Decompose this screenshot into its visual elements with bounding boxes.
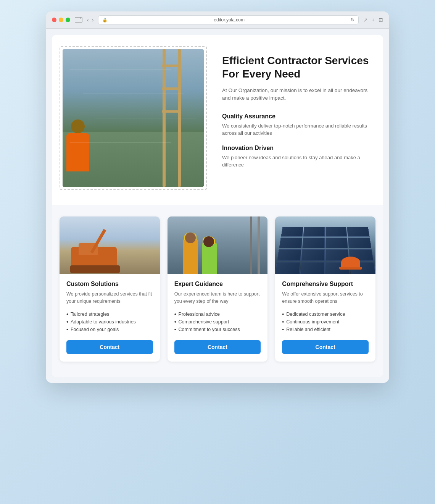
list-item: Commitment to your success <box>174 326 261 333</box>
page-content: Efficient Contractor Services For Every … <box>52 35 383 377</box>
contact-button-2[interactable]: Contact <box>174 340 261 354</box>
maximize-button[interactable] <box>66 18 70 22</box>
contact-button-3[interactable]: Contact <box>282 340 369 354</box>
solar-panel-grid <box>275 227 375 274</box>
card-title-1: Custom Solutions <box>66 281 153 288</box>
card-desc-1: We provide personalized services that fi… <box>66 291 153 305</box>
browser-window: ‹ › 🔒 editor.yola.com ↻ ↗ + ⊡ <box>46 11 389 383</box>
forward-button[interactable]: › <box>92 17 94 23</box>
card-desc-2: Our experienced team is here to support … <box>174 291 261 305</box>
nav-arrows: ‹ › <box>87 17 93 23</box>
list-item: Focused on your goals <box>66 326 153 333</box>
cards-grid: Custom Solutions We provide personalized… <box>60 216 375 362</box>
feature-innovation: Innovation Driven We pioneer new ideas a… <box>222 145 372 169</box>
card-body-1: Custom Solutions We provide personalized… <box>60 274 160 362</box>
hero-text: Efficient Contractor Services For Every … <box>222 46 372 176</box>
list-item: Tailored strategies <box>66 310 153 318</box>
list-item: Professional advice <box>174 310 261 318</box>
feature-innovation-desc: We pioneer new ideas and solutions to st… <box>222 154 372 169</box>
tab-icon <box>75 17 82 23</box>
card-image-workers <box>168 216 268 274</box>
worker-jacket <box>66 133 89 171</box>
traffic-lights <box>52 18 70 22</box>
list-item: Reliable and efficient <box>282 326 369 333</box>
feature-quality-title: Quality Assurance <box>222 113 372 120</box>
card-expert-guidance: Expert Guidance Our experienced team is … <box>168 216 268 362</box>
share-icon[interactable]: ↗ <box>363 17 368 23</box>
card-list-1: Tailored strategies Adaptable to various… <box>66 310 153 333</box>
hard-hat-icon <box>341 257 360 268</box>
list-item: Adaptable to various industries <box>66 318 153 326</box>
contact-button-1[interactable]: Contact <box>66 340 153 354</box>
url-text: editor.yola.com <box>110 17 348 23</box>
list-item: Dedicated customer service <box>282 310 369 318</box>
hero-section: Efficient Contractor Services For Every … <box>52 35 383 205</box>
card-title-2: Expert Guidance <box>174 281 261 288</box>
hero-image <box>63 49 204 187</box>
address-bar[interactable]: 🔒 editor.yola.com ↻ <box>98 15 358 24</box>
card-custom-solutions: Custom Solutions We provide personalized… <box>60 216 160 362</box>
card-image-solar <box>275 216 375 274</box>
back-button[interactable]: ‹ <box>87 17 89 23</box>
bookmarks-icon[interactable]: ⊡ <box>379 17 383 23</box>
hero-image-wrapper <box>60 46 207 190</box>
lock-icon: 🔒 <box>102 18 108 23</box>
card-list-3: Dedicated customer service Continuous im… <box>282 310 369 333</box>
close-button[interactable] <box>52 18 56 22</box>
feature-quality-desc: We consistently deliver top-notch perfor… <box>222 122 372 137</box>
minimize-button[interactable] <box>59 18 63 22</box>
card-image-excavator <box>60 216 160 274</box>
feature-innovation-title: Innovation Driven <box>222 145 372 152</box>
cards-section: Custom Solutions We provide personalized… <box>52 205 383 377</box>
list-item: Continuous improvement <box>282 318 369 326</box>
hero-title: Efficient Contractor Services For Every … <box>222 54 372 81</box>
list-item: Comprehensive support <box>174 318 261 326</box>
reload-icon[interactable]: ↻ <box>351 17 354 23</box>
worker-head <box>71 120 85 133</box>
card-list-2: Professional advice Comprehensive suppor… <box>174 310 261 333</box>
card-body-3: Comprehensive Support We offer extensive… <box>275 274 375 362</box>
feature-quality: Quality Assurance We consistently delive… <box>222 113 372 137</box>
card-body-2: Expert Guidance Our experienced team is … <box>168 274 268 362</box>
browser-actions: ↗ + ⊡ <box>363 17 383 23</box>
card-title-3: Comprehensive Support <box>282 281 369 288</box>
hero-subtitle: At Our Organization, our mission is to e… <box>222 87 372 102</box>
card-desc-3: We offer extensive support services to e… <box>282 291 369 305</box>
browser-chrome: ‹ › 🔒 editor.yola.com ↻ ↗ + ⊡ <box>46 11 389 29</box>
image-dashed-border <box>60 46 207 190</box>
card-comprehensive-support: Comprehensive Support We offer extensive… <box>275 216 375 362</box>
new-tab-icon[interactable]: + <box>372 17 375 23</box>
